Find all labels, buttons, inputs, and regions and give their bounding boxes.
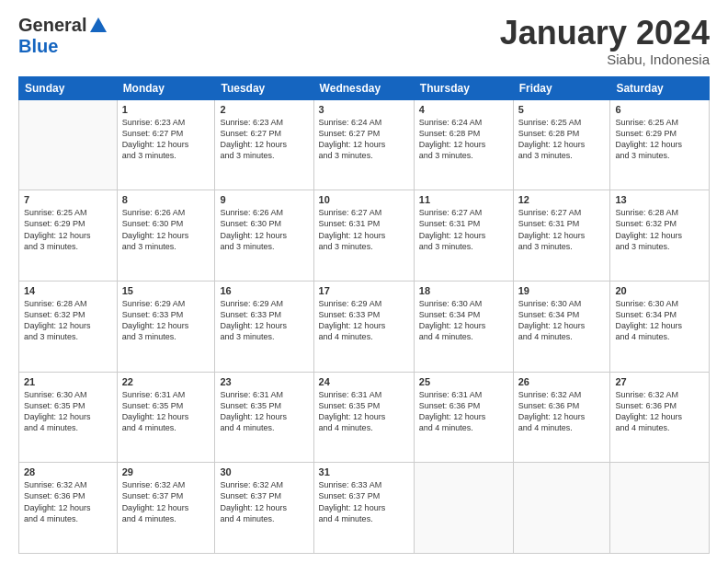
day-info: Sunrise: 6:29 AMSunset: 6:33 PMDaylight:…: [220, 298, 308, 343]
day-info: Sunrise: 6:25 AMSunset: 6:28 PMDaylight:…: [518, 117, 606, 162]
day-number: 22: [122, 376, 210, 387]
table-row: 5Sunrise: 6:25 AMSunset: 6:28 PMDaylight…: [513, 99, 610, 190]
day-info: Sunrise: 6:32 AMSunset: 6:37 PMDaylight:…: [122, 479, 210, 524]
day-number: 7: [24, 194, 112, 205]
table-row: 27Sunrise: 6:32 AMSunset: 6:36 PMDayligh…: [610, 372, 710, 463]
table-row: 2Sunrise: 6:23 AMSunset: 6:27 PMDaylight…: [215, 99, 313, 190]
table-row: 31Sunrise: 6:33 AMSunset: 6:37 PMDayligh…: [313, 463, 414, 554]
table-row: [414, 463, 513, 554]
header-monday: Monday: [117, 76, 215, 99]
day-number: 10: [319, 194, 409, 205]
day-number: 12: [518, 194, 606, 205]
table-row: [513, 463, 610, 554]
day-number: 31: [319, 466, 409, 477]
header-saturday: Saturday: [610, 76, 710, 99]
day-number: 8: [122, 194, 210, 205]
day-info: Sunrise: 6:30 AMSunset: 6:34 PMDaylight:…: [419, 298, 508, 343]
day-number: 13: [615, 194, 704, 205]
table-row: 14Sunrise: 6:28 AMSunset: 6:32 PMDayligh…: [19, 281, 118, 372]
table-row: [19, 99, 118, 190]
day-info: Sunrise: 6:27 AMSunset: 6:31 PMDaylight:…: [419, 207, 508, 252]
table-row: 29Sunrise: 6:32 AMSunset: 6:37 PMDayligh…: [117, 463, 215, 554]
day-info: Sunrise: 6:26 AMSunset: 6:30 PMDaylight:…: [220, 207, 308, 252]
day-number: 26: [518, 376, 606, 387]
table-row: 26Sunrise: 6:32 AMSunset: 6:36 PMDayligh…: [513, 372, 610, 463]
day-info: Sunrise: 6:28 AMSunset: 6:32 PMDaylight:…: [615, 207, 704, 252]
table-row: 22Sunrise: 6:31 AMSunset: 6:35 PMDayligh…: [117, 372, 215, 463]
day-info: Sunrise: 6:24 AMSunset: 6:28 PMDaylight:…: [419, 117, 508, 162]
calendar-week-row: 21Sunrise: 6:30 AMSunset: 6:35 PMDayligh…: [19, 372, 710, 463]
day-info: Sunrise: 6:24 AMSunset: 6:27 PMDaylight:…: [319, 117, 409, 162]
day-info: Sunrise: 6:25 AMSunset: 6:29 PMDaylight:…: [615, 117, 704, 162]
table-row: 13Sunrise: 6:28 AMSunset: 6:32 PMDayligh…: [610, 190, 710, 282]
table-row: 9Sunrise: 6:26 AMSunset: 6:30 PMDaylight…: [215, 190, 313, 282]
day-info: Sunrise: 6:27 AMSunset: 6:31 PMDaylight:…: [518, 207, 606, 252]
table-row: 18Sunrise: 6:30 AMSunset: 6:34 PMDayligh…: [414, 281, 513, 372]
table-row: 10Sunrise: 6:27 AMSunset: 6:31 PMDayligh…: [313, 190, 414, 282]
logo: General Blue: [18, 15, 108, 57]
day-number: 4: [419, 104, 508, 115]
day-number: 3: [319, 104, 409, 115]
table-row: 7Sunrise: 6:25 AMSunset: 6:29 PMDaylight…: [19, 190, 118, 282]
day-info: Sunrise: 6:30 AMSunset: 6:34 PMDaylight:…: [615, 298, 704, 343]
day-info: Sunrise: 6:32 AMSunset: 6:36 PMDaylight:…: [615, 389, 704, 434]
calendar-week-row: 28Sunrise: 6:32 AMSunset: 6:36 PMDayligh…: [19, 463, 710, 554]
table-row: 17Sunrise: 6:29 AMSunset: 6:33 PMDayligh…: [313, 281, 414, 372]
table-row: 24Sunrise: 6:31 AMSunset: 6:35 PMDayligh…: [313, 372, 414, 463]
table-row: [610, 463, 710, 554]
day-number: 25: [419, 376, 508, 387]
day-info: Sunrise: 6:23 AMSunset: 6:27 PMDaylight:…: [220, 117, 308, 162]
table-row: 21Sunrise: 6:30 AMSunset: 6:35 PMDayligh…: [19, 372, 118, 463]
day-number: 28: [24, 466, 112, 477]
day-number: 15: [122, 285, 210, 296]
header-thursday: Thursday: [414, 76, 513, 99]
day-info: Sunrise: 6:29 AMSunset: 6:33 PMDaylight:…: [122, 298, 210, 343]
table-row: 12Sunrise: 6:27 AMSunset: 6:31 PMDayligh…: [513, 190, 610, 282]
logo-general-text: General: [18, 15, 86, 36]
title-block: January 2024 Siabu, Indonesia: [500, 15, 710, 67]
calendar-week-row: 7Sunrise: 6:25 AMSunset: 6:29 PMDaylight…: [19, 190, 710, 282]
day-info: Sunrise: 6:25 AMSunset: 6:29 PMDaylight:…: [24, 207, 112, 252]
calendar-table: Sunday Monday Tuesday Wednesday Thursday…: [18, 76, 710, 554]
table-row: 20Sunrise: 6:30 AMSunset: 6:34 PMDayligh…: [610, 281, 710, 372]
day-info: Sunrise: 6:30 AMSunset: 6:35 PMDaylight:…: [24, 389, 112, 434]
table-row: 3Sunrise: 6:24 AMSunset: 6:27 PMDaylight…: [313, 99, 414, 190]
day-number: 24: [319, 376, 409, 387]
day-info: Sunrise: 6:32 AMSunset: 6:37 PMDaylight:…: [220, 479, 308, 524]
day-info: Sunrise: 6:31 AMSunset: 6:35 PMDaylight:…: [319, 389, 409, 434]
day-number: 16: [220, 285, 308, 296]
day-info: Sunrise: 6:31 AMSunset: 6:36 PMDaylight:…: [419, 389, 508, 434]
day-number: 11: [419, 194, 508, 205]
header-sunday: Sunday: [19, 76, 118, 99]
day-number: 27: [615, 376, 704, 387]
day-number: 21: [24, 376, 112, 387]
day-info: Sunrise: 6:29 AMSunset: 6:33 PMDaylight:…: [319, 298, 409, 343]
header: General Blue January 2024 Siabu, Indones…: [18, 15, 710, 67]
table-row: 19Sunrise: 6:30 AMSunset: 6:34 PMDayligh…: [513, 281, 610, 372]
table-row: 4Sunrise: 6:24 AMSunset: 6:28 PMDaylight…: [414, 99, 513, 190]
header-tuesday: Tuesday: [215, 76, 313, 99]
day-number: 2: [220, 104, 308, 115]
location: Siabu, Indonesia: [500, 52, 710, 67]
table-row: 25Sunrise: 6:31 AMSunset: 6:36 PMDayligh…: [414, 372, 513, 463]
day-number: 20: [615, 285, 704, 296]
table-row: 1Sunrise: 6:23 AMSunset: 6:27 PMDaylight…: [117, 99, 215, 190]
table-row: 8Sunrise: 6:26 AMSunset: 6:30 PMDaylight…: [117, 190, 215, 282]
calendar: Sunday Monday Tuesday Wednesday Thursday…: [18, 76, 710, 554]
table-row: 6Sunrise: 6:25 AMSunset: 6:29 PMDaylight…: [610, 99, 710, 190]
calendar-week-row: 1Sunrise: 6:23 AMSunset: 6:27 PMDaylight…: [19, 99, 710, 190]
day-number: 5: [518, 104, 606, 115]
day-info: Sunrise: 6:28 AMSunset: 6:32 PMDaylight:…: [24, 298, 112, 343]
header-friday: Friday: [513, 76, 610, 99]
calendar-week-row: 14Sunrise: 6:28 AMSunset: 6:32 PMDayligh…: [19, 281, 710, 372]
table-row: 30Sunrise: 6:32 AMSunset: 6:37 PMDayligh…: [215, 463, 313, 554]
day-info: Sunrise: 6:26 AMSunset: 6:30 PMDaylight:…: [122, 207, 210, 252]
table-row: 23Sunrise: 6:31 AMSunset: 6:35 PMDayligh…: [215, 372, 313, 463]
table-row: 15Sunrise: 6:29 AMSunset: 6:33 PMDayligh…: [117, 281, 215, 372]
day-number: 23: [220, 376, 308, 387]
day-info: Sunrise: 6:32 AMSunset: 6:36 PMDaylight:…: [518, 389, 606, 434]
calendar-header-row: Sunday Monday Tuesday Wednesday Thursday…: [19, 76, 710, 99]
svg-marker-0: [90, 17, 107, 32]
table-row: 16Sunrise: 6:29 AMSunset: 6:33 PMDayligh…: [215, 281, 313, 372]
page: General Blue January 2024 Siabu, Indones…: [0, 0, 728, 563]
